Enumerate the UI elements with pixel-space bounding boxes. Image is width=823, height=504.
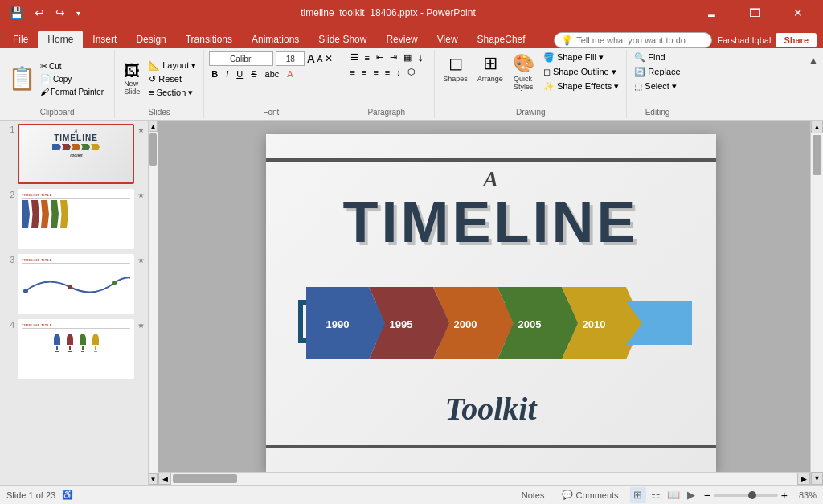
- normal-view-icon[interactable]: ⊞: [630, 487, 646, 503]
- decrease-indent-button[interactable]: ⇤: [374, 51, 386, 64]
- collapse-ribbon-icon[interactable]: ▲: [804, 53, 823, 68]
- canvas-scroll-up[interactable]: ▲: [811, 121, 823, 133]
- slide-thumb-4[interactable]: TIMELINE TITLE: [18, 319, 134, 379]
- align-left-button[interactable]: ≡: [348, 66, 358, 78]
- minimize-button[interactable]: 🗕: [693, 0, 730, 26]
- reset-button[interactable]: ↺ Reset: [146, 73, 199, 85]
- paste-button[interactable]: 📋 ✂Cut 📄Copy 🖌Format Painter: [5, 59, 109, 99]
- maximize-button[interactable]: 🗖: [736, 0, 773, 26]
- font-color-button[interactable]: A: [285, 68, 295, 80]
- comments-button[interactable]: 💬 Comments: [555, 489, 624, 501]
- accessibility-icon[interactable]: ♿: [62, 490, 73, 500]
- strikethrough-button[interactable]: S: [248, 68, 259, 80]
- shape-outline-button[interactable]: ◻ Shape Outline ▾: [541, 66, 621, 78]
- increase-indent-button[interactable]: ⇥: [387, 51, 399, 64]
- scroll-up-button[interactable]: ▲: [149, 121, 158, 132]
- ribbon-group-paragraph: ☰ ≡ ⇤ ⇥ ▦ ⤵ ≡ ≡ ≡ ≡ ↕ ⬡ Paragraph: [338, 50, 435, 118]
- font-size-selector[interactable]: 18: [276, 51, 305, 66]
- align-center-button[interactable]: ≡: [359, 66, 369, 78]
- slide-item-1[interactable]: 1 A TIMELINE Toolkit ★: [3, 124, 145, 184]
- slide-num-1: 1: [3, 124, 14, 134]
- canvas-scroll-right[interactable]: ▶: [797, 473, 810, 485]
- undo-icon[interactable]: ↩: [31, 5, 47, 21]
- close-button[interactable]: ✕: [780, 0, 817, 26]
- svg-text:2005: 2005: [518, 318, 541, 330]
- line-spacing-button[interactable]: ↕: [394, 66, 403, 78]
- zoom-level[interactable]: 83%: [791, 490, 817, 500]
- italic-button[interactable]: I: [223, 68, 231, 80]
- tab-animations[interactable]: Animations: [242, 31, 309, 48]
- ribbon-group-font: Calibri 18 A A ✕ B I U S abc A Font: [204, 50, 338, 118]
- slide-thumb-2[interactable]: TIMELINE TITLE: [18, 189, 134, 249]
- ribbon-tabs: File Home Insert Design Transitions Anim…: [0, 26, 823, 48]
- cut-button[interactable]: ✂Cut: [38, 60, 64, 72]
- zoom-slider[interactable]: [714, 494, 778, 497]
- shape-effects-button[interactable]: ✨ Shape Effects ▾: [541, 80, 621, 92]
- reading-view-icon[interactable]: 📖: [665, 487, 682, 503]
- shadow-button[interactable]: abc: [263, 68, 282, 80]
- customize-icon[interactable]: ▾: [73, 7, 84, 19]
- canvas-scroll-down[interactable]: ▼: [811, 472, 823, 485]
- section-button[interactable]: ≡ Section ▾: [146, 87, 199, 99]
- tab-slideshow[interactable]: Slide Show: [309, 31, 376, 48]
- numbered-list-button[interactable]: ≡: [362, 51, 372, 64]
- justify-button[interactable]: ≡: [383, 66, 392, 78]
- tab-shapechef[interactable]: ShapeChef: [468, 31, 535, 48]
- increase-font-icon[interactable]: A: [307, 52, 314, 65]
- font-name-selector[interactable]: Calibri: [209, 51, 273, 66]
- redo-icon[interactable]: ↪: [52, 5, 68, 21]
- text-direction-button[interactable]: ⤵: [416, 51, 425, 64]
- shapes-button[interactable]: ◻ Shapes: [440, 51, 471, 84]
- new-slide-button[interactable]: 🖼 NewSlide: [120, 61, 144, 97]
- tab-file[interactable]: File: [3, 31, 38, 48]
- tab-insert[interactable]: Insert: [83, 31, 126, 48]
- notes-button[interactable]: Notes: [515, 490, 551, 501]
- canvas-area: ▲ ▼ ◀ ▶ A TIMELINE: [158, 121, 823, 485]
- slide-thumb-3[interactable]: TIMELINE TITLE: [18, 254, 134, 314]
- shape-fill-button[interactable]: 🪣 Shape Fill ▾: [541, 51, 621, 64]
- scroll-track: [149, 132, 158, 473]
- scroll-down-button[interactable]: ▼: [149, 473, 158, 485]
- align-right-button[interactable]: ≡: [371, 66, 380, 78]
- bullet-list-button[interactable]: ☰: [348, 51, 361, 64]
- slide-sorter-icon[interactable]: ⚏: [648, 487, 664, 503]
- slide-panel-scrollbar: ▲ ▼: [149, 121, 158, 485]
- column-button[interactable]: ▦: [401, 51, 414, 64]
- arrange-button[interactable]: ⊞ Arrange: [474, 51, 506, 84]
- slide-item-2[interactable]: 2 TIMELINE TITLE ★: [3, 189, 145, 249]
- tab-view[interactable]: View: [428, 31, 468, 48]
- tab-home[interactable]: Home: [38, 31, 83, 48]
- titlebar-left: 💾 ↩ ↪ ▾: [6, 5, 84, 21]
- smart-art-button[interactable]: ⬡: [405, 66, 418, 78]
- zoom-in-icon[interactable]: +: [781, 489, 788, 502]
- tab-design[interactable]: Design: [126, 31, 175, 48]
- search-input[interactable]: [576, 35, 705, 45]
- search-bar[interactable]: 💡: [554, 32, 712, 48]
- slide-thumb-1[interactable]: A TIMELINE Toolkit: [18, 124, 134, 184]
- tab-transitions[interactable]: Transitions: [176, 31, 242, 48]
- slide-item-3[interactable]: 3 TIMELINE TITLE ★: [3, 254, 145, 314]
- slideshow-icon[interactable]: ▶: [683, 487, 699, 503]
- canvas-scroll-thumb[interactable]: [813, 135, 821, 175]
- lightbulb-icon: 💡: [561, 35, 573, 46]
- tab-review[interactable]: Review: [376, 31, 427, 48]
- replace-button[interactable]: 🔄 Replace: [632, 66, 682, 78]
- underline-button[interactable]: U: [234, 68, 245, 80]
- slide-item-4[interactable]: 4 TIMELINE TITLE: [3, 319, 145, 379]
- zoom-out-icon[interactable]: −: [704, 489, 710, 502]
- quick-styles-button[interactable]: 🎨 QuickStyles: [510, 51, 538, 92]
- layout-button[interactable]: 📐 Layout ▾: [146, 59, 199, 72]
- format-painter-button[interactable]: 🖌Format Painter: [38, 86, 106, 97]
- decrease-font-icon[interactable]: A: [317, 55, 323, 64]
- clear-format-icon[interactable]: ✕: [325, 53, 333, 64]
- canvas-hscroll-thumb[interactable]: [173, 474, 237, 483]
- bold-button[interactable]: B: [209, 68, 220, 80]
- find-button[interactable]: 🔍 Find: [632, 51, 682, 64]
- copy-button[interactable]: 📄Copy: [38, 73, 74, 85]
- scroll-thumb[interactable]: [149, 133, 157, 166]
- select-button[interactable]: ⬚ Select ▾: [632, 80, 682, 92]
- save-icon[interactable]: 💾: [6, 5, 27, 21]
- canvas-scroll-left[interactable]: ◀: [158, 473, 171, 485]
- share-button[interactable]: Share: [776, 33, 817, 47]
- statusbar-left: Slide 1 of 23 ♿: [6, 490, 73, 500]
